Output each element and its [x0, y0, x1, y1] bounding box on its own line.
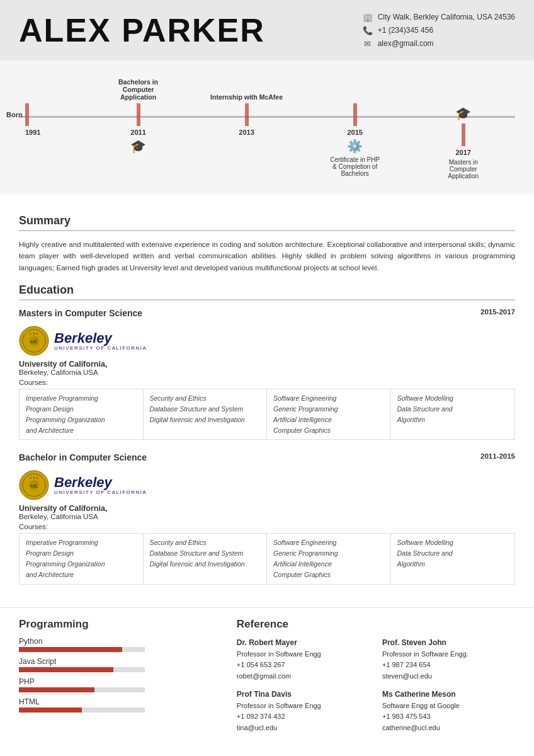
- skill-html-bar-fill: [19, 707, 82, 713]
- contact-info: 🏢 City Walk, Berkley California, USA 245…: [363, 12, 515, 49]
- skill-javascript-bar-bg: [19, 667, 145, 672]
- svg-text:★ ★ ★: ★ ★ ★: [30, 332, 38, 335]
- skill-python-bar-fill: [19, 647, 122, 652]
- masters-years: 2015-2017: [480, 308, 515, 316]
- ref-0-title: Professor in Software Engg: [237, 649, 370, 660]
- skill-php-bar-fill: [19, 687, 94, 692]
- timeline-section: Born 1991 Bachelors inComputerApplicatio…: [0, 60, 534, 194]
- bottom-section: Programming Python Java Script PHP HTML: [0, 607, 534, 744]
- masters-degree-title: Masters in Computer Science: [19, 308, 142, 318]
- summary-text: Highly creative and multitalented with e…: [19, 239, 515, 273]
- berkeley-seal-masters: UC ★ ★ ★: [19, 326, 49, 356]
- gear-icon: ⚙️: [347, 139, 363, 154]
- ref-1-name: Prof. Steven John: [382, 637, 515, 649]
- skill-html: HTML: [19, 697, 218, 713]
- timeline-bar-masters: [462, 123, 465, 146]
- edu-masters-header: Masters in Computer Science 2015-2017: [19, 308, 515, 321]
- ref-item-2: Prof Tina Davis Professor in Software En…: [237, 689, 370, 734]
- education-bachelor: Bachelor in Computer Science 2011-2015 U…: [19, 452, 515, 584]
- ref-0-email: robet@gmail.com: [237, 671, 370, 682]
- berkeley-seal-bachelor: UC ★ ★ ★: [19, 470, 49, 500]
- born-label: Born: [6, 111, 23, 118]
- reference-grid: Dr. Robert Mayer Professor in Software E…: [237, 637, 515, 734]
- ref-3-name: Ms Catherine Meson: [382, 689, 515, 701]
- bachelor-courses-grid: Imperative ProgrammingProgram DesignProg…: [19, 533, 515, 584]
- masters-courses-col-2: Security and EthicsDatabase Structure an…: [144, 389, 268, 439]
- timeline-year-bachelors: 2011: [130, 129, 145, 136]
- ref-3-phone: +1 983 475 543: [382, 711, 515, 723]
- masters-courses-col-4: Software ModellingData Structure andAlgo…: [391, 389, 515, 439]
- skill-html-bar-bg: [19, 707, 145, 713]
- masters-courses-col-1: Imperative ProgrammingProgram DesignProg…: [20, 389, 144, 439]
- timeline-item-born: Born 1991: [19, 73, 82, 181]
- masters-courses-grid: Imperative ProgrammingProgram DesignProg…: [19, 389, 515, 440]
- timeline-year-internship: 2013: [239, 129, 254, 136]
- phone-icon: 📞: [363, 25, 373, 35]
- building-icon: 🏢: [363, 12, 373, 22]
- bachelor-courses-col-4: Software ModellingData Structure andAlgo…: [391, 534, 515, 583]
- masters-courses-col-3: Software EngineeringGeneric ProgrammingA…: [267, 389, 391, 439]
- skill-php-label: PHP: [19, 677, 218, 686]
- skill-python: Python: [19, 637, 218, 652]
- ref-item-3: Ms Catherine Meson Software Engg at Goog…: [382, 689, 515, 734]
- berkeley-name-bachelor: Berkeley University of California: [54, 476, 147, 495]
- masters-uni-name: University of California,: [19, 360, 515, 369]
- bachelor-degree-title: Bachelor in Computer Science: [19, 452, 147, 462]
- contact-address-row: 🏢 City Walk, Berkley California, USA 245…: [363, 12, 515, 22]
- contact-phone-row: 📞 +1 (234)345 456: [363, 25, 515, 35]
- skill-javascript-label: Java Script: [19, 657, 218, 666]
- graduation-cap-icon-2: 🎓: [455, 106, 471, 121]
- summary-title: Summary: [19, 214, 515, 231]
- svg-text:★ ★ ★: ★ ★ ★: [30, 476, 38, 479]
- ref-1-title: Professor in Software Engg.: [382, 649, 515, 660]
- skill-html-label: HTML: [19, 697, 218, 706]
- programming-title: Programming: [19, 618, 218, 631]
- header: ALEX PARKER 🏢 City Walk, Berkley Califor…: [0, 0, 534, 60]
- ref-3-email: catherine@ucl.edu: [382, 723, 515, 734]
- contact-phone: +1 (234)345 456: [378, 26, 433, 35]
- reference-title: Reference: [237, 618, 515, 631]
- timeline-inner: Born 1991 Bachelors inComputerApplicatio…: [19, 67, 515, 181]
- timeline-label-masters-bottom: Masters inComputerApplication: [448, 159, 479, 181]
- skill-javascript-bar-fill: [19, 667, 113, 672]
- bachelor-courses-col-3: Software EngineeringGeneric ProgrammingA…: [267, 534, 391, 583]
- timeline-bar-born: [25, 103, 29, 126]
- applicant-name: ALEX PARKER: [19, 11, 265, 49]
- timeline-bar-internship: [245, 103, 249, 126]
- skill-javascript: Java Script: [19, 657, 218, 672]
- ref-2-phone: +1 092 374 432: [237, 711, 370, 723]
- education-masters: Masters in Computer Science 2015-2017 UC…: [19, 308, 515, 440]
- masters-courses-label: Courses:: [19, 379, 515, 386]
- ref-2-name: Prof Tina Davis: [237, 689, 370, 701]
- graduation-cap-icon-1: 🎓: [130, 139, 146, 154]
- timeline-year-certificate: 2015: [347, 129, 362, 136]
- ref-item-1: Prof. Steven John Professor in Software …: [382, 637, 515, 682]
- bachelor-years: 2011-2015: [480, 452, 515, 460]
- skill-python-bar-bg: [19, 647, 145, 652]
- timeline-label-bachelors-top: Bachelors inComputerApplication: [118, 73, 158, 103]
- ref-1-email: steven@ucl.edu: [382, 671, 515, 682]
- skill-php-bar-bg: [19, 687, 145, 692]
- bachelor-uni-location: Berkeley, California USA: [19, 513, 515, 520]
- ref-0-phone: +1 054 653 267: [237, 660, 370, 671]
- timeline-year-born: 1991: [25, 129, 40, 136]
- svg-text:UC: UC: [30, 483, 38, 489]
- timeline-item-internship: Internship with McAfee 2013: [195, 73, 298, 181]
- ref-0-name: Dr. Robert Mayer: [237, 637, 370, 649]
- masters-uni-location: Berkeley, California USA: [19, 369, 515, 376]
- berkeley-logo-masters: UC ★ ★ ★ Berkeley University of Californ…: [19, 326, 515, 356]
- ref-2-title: Professor in Software Engg: [237, 701, 370, 712]
- contact-email: alex@gmail.com: [378, 39, 434, 48]
- timeline-item-bachelors: Bachelors inComputerApplication 2011 🎓: [82, 73, 195, 181]
- email-icon: ✉: [363, 38, 373, 49]
- timeline-item-certificate: 2015 ⚙️ Certificate in PHP& Completion o…: [298, 73, 412, 181]
- skill-python-label: Python: [19, 637, 218, 646]
- reference-section: Reference Dr. Robert Mayer Professor in …: [237, 618, 515, 734]
- ref-3-title: Software Engg at Google: [382, 701, 515, 712]
- timeline-label-internship-top: Internship with McAfee: [210, 73, 283, 103]
- berkeley-logo-bachelor: UC ★ ★ ★ Berkeley University of Californ…: [19, 470, 515, 500]
- ref-item-0: Dr. Robert Mayer Professor in Software E…: [237, 637, 370, 682]
- ref-2-email: tina@ucl.edu: [237, 723, 370, 734]
- svg-text:UC: UC: [30, 339, 38, 345]
- timeline-bar-bachelors: [137, 103, 140, 126]
